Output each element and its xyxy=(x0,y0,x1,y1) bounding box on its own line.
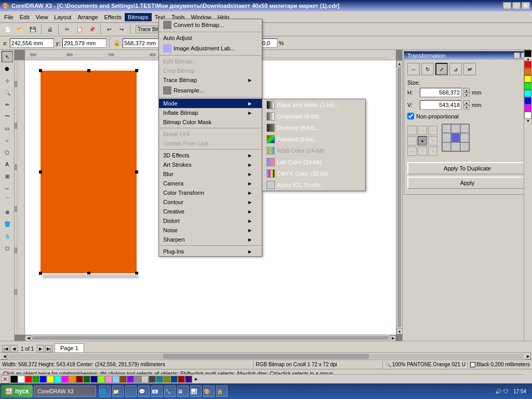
h-spin-up[interactable]: ▲ xyxy=(463,88,470,92)
taskbar-icon-7[interactable]: 🖥 xyxy=(177,385,189,397)
menu-bw[interactable]: Black and White (1-bit)... xyxy=(262,99,365,111)
palette-navy[interactable] xyxy=(170,376,178,383)
anchor-br[interactable]: · xyxy=(428,147,437,156)
connector-tool[interactable]: ⌒ xyxy=(2,194,13,206)
vscroll-down[interactable]: ▼ xyxy=(396,328,402,335)
taskbar-icon-2[interactable]: 📁 xyxy=(112,385,124,397)
menu-grayscale[interactable]: Grayscale (8-bit) xyxy=(262,111,365,122)
color-strip-scroll-down[interactable]: ▼ xyxy=(524,119,532,123)
palette-gray[interactable] xyxy=(134,376,141,383)
panel-minimize[interactable]: ─ xyxy=(514,52,520,59)
menu-arrange[interactable]: Arrange xyxy=(74,13,101,21)
taskbar-icon-3[interactable]: 🎵 xyxy=(125,385,137,397)
palette-magenta[interactable] xyxy=(61,376,69,383)
anchor-tl[interactable]: · xyxy=(407,126,417,135)
anchor-mc[interactable]: ● xyxy=(418,136,427,145)
palette-lime[interactable] xyxy=(98,376,105,383)
menu-art-strokes[interactable]: Art Strokes ▶ xyxy=(159,160,262,169)
menu-blur[interactable]: Blur ▶ xyxy=(159,169,262,179)
palette-olive[interactable] xyxy=(163,376,170,383)
rotate-btn[interactable]: ↻ xyxy=(421,63,434,75)
menu-icc[interactable]: Apply ICC Profile... xyxy=(262,179,365,191)
menu-inflate-bitmap[interactable]: Inflate Bitmap ▶ xyxy=(159,108,262,117)
select-tool[interactable]: ↖ xyxy=(2,51,13,62)
menu-trace-bitmap[interactable]: Trace Bitmap ▶ xyxy=(159,75,262,85)
ellipse-tool[interactable]: ○ xyxy=(2,135,13,146)
vscrollbar[interactable]: ▲ ▼ xyxy=(396,60,402,335)
menu-bitmap-color-mask[interactable]: Bitmap Color Mask xyxy=(159,117,262,127)
palette-red[interactable] xyxy=(25,376,32,383)
taskbar-icon-5[interactable]: 📧 xyxy=(151,385,163,397)
copy-button[interactable]: 📋 xyxy=(74,24,85,35)
dimension-tool[interactable]: ↔ xyxy=(2,182,13,194)
menu-camera[interactable]: Camera ▶ xyxy=(159,179,262,188)
undo-button[interactable]: ↩ xyxy=(103,24,115,35)
color-blue[interactable] xyxy=(524,97,531,104)
menu-creative[interactable]: Creative ▶ xyxy=(159,207,262,216)
menu-convert-bitmap[interactable]: Convert to Bitmap... xyxy=(159,19,262,31)
palette-darkgreen[interactable] xyxy=(83,376,90,383)
paste-button[interactable]: 📌 xyxy=(86,24,98,35)
eyedropper-tool[interactable]: 💧 xyxy=(2,230,13,242)
menu-plugins[interactable]: Plug-Ins ▶ xyxy=(159,247,262,256)
no-fill-btn[interactable]: ✕ xyxy=(1,375,9,383)
menu-contour[interactable]: Contour ▶ xyxy=(159,197,262,207)
new-button[interactable]: 📄 xyxy=(2,24,14,35)
outline-tool[interactable]: ◻ xyxy=(2,242,13,254)
menu-mode[interactable]: Mode ▶ Black and White (1-bit)... Graysc… xyxy=(159,99,262,108)
y-input[interactable] xyxy=(62,38,107,48)
color-magenta[interactable] xyxy=(524,104,531,112)
color-black[interactable] xyxy=(524,50,531,57)
nonproportional-checkbox[interactable] xyxy=(407,113,414,119)
menu-duotone[interactable]: Duotone (8-bit)... xyxy=(262,122,365,134)
hscroll-left2[interactable]: ◀ xyxy=(1,353,7,360)
palette-black[interactable] xyxy=(10,376,18,383)
taskbar-icon-9[interactable]: 🎨 xyxy=(203,385,215,397)
menu-file[interactable]: File xyxy=(1,13,17,21)
x-input[interactable] xyxy=(10,38,54,48)
color-cyan[interactable] xyxy=(524,90,531,97)
palette-teal[interactable] xyxy=(156,376,163,383)
smart-draw-tool[interactable]: 〜 xyxy=(2,111,13,122)
anchor-tc[interactable]: · xyxy=(418,126,427,135)
start-button[interactable]: 🪟 пуск xyxy=(1,385,33,397)
crop-tool[interactable]: ⊹ xyxy=(2,75,13,86)
menu-distort[interactable]: Distort ▶ xyxy=(159,216,262,225)
h-value-input[interactable] xyxy=(420,88,461,97)
menu-bitmaps[interactable]: Bitmaps xyxy=(125,13,152,21)
palette-darkblue[interactable] xyxy=(90,376,98,383)
rectangle-tool[interactable]: ▭ xyxy=(2,123,13,134)
palette-brown[interactable] xyxy=(119,376,127,383)
tray-icon-antivirus[interactable]: 🛡 xyxy=(503,389,509,394)
color-orange[interactable] xyxy=(524,68,531,75)
shape-tool[interactable]: ⬟ xyxy=(2,63,13,74)
menu-lab[interactable]: Lab Color (24-bit) xyxy=(262,156,365,168)
menu-effects[interactable]: Effects xyxy=(101,13,125,21)
table-tool[interactable]: ⊞ xyxy=(2,170,13,182)
maximize-button[interactable]: □ xyxy=(512,2,521,9)
menu-view[interactable]: View xyxy=(33,13,51,21)
menu-color-transform[interactable]: Color Transform ▶ xyxy=(159,188,262,197)
anchor-mr[interactable]: · xyxy=(428,136,437,145)
palette-cyan[interactable] xyxy=(54,376,61,383)
page-prev-button[interactable]: ◀ xyxy=(10,345,18,352)
close-button[interactable]: ✕ xyxy=(522,2,530,9)
page-first-button[interactable]: |◀ xyxy=(2,345,9,352)
handle-tm[interactable] xyxy=(87,69,90,72)
page-last-button[interactable]: ▶| xyxy=(45,345,52,352)
color-white[interactable] xyxy=(524,112,531,119)
hscroll-right[interactable]: ▶ xyxy=(390,335,396,341)
text-tool[interactable]: A xyxy=(2,158,13,170)
scale-btn[interactable]: ⤢ xyxy=(435,63,448,75)
vscroll-thumb[interactable] xyxy=(397,68,401,327)
menu-noise[interactable]: Noise ▶ xyxy=(159,225,262,235)
orange-bitmap[interactable] xyxy=(41,71,137,273)
palette-white[interactable] xyxy=(18,376,25,383)
palette-green[interactable] xyxy=(32,376,39,383)
taskbar-icon-6[interactable]: 🔧 xyxy=(164,385,176,397)
handle-tr[interactable] xyxy=(135,69,138,72)
hscroll-right2[interactable]: ▶ xyxy=(525,353,531,360)
color-strip-scroll-up[interactable]: ▲ xyxy=(524,57,532,61)
hscrollbar[interactable]: ◀ ▶ xyxy=(25,335,396,341)
menu-3d-effects[interactable]: 3D Effects ▶ xyxy=(159,151,262,160)
